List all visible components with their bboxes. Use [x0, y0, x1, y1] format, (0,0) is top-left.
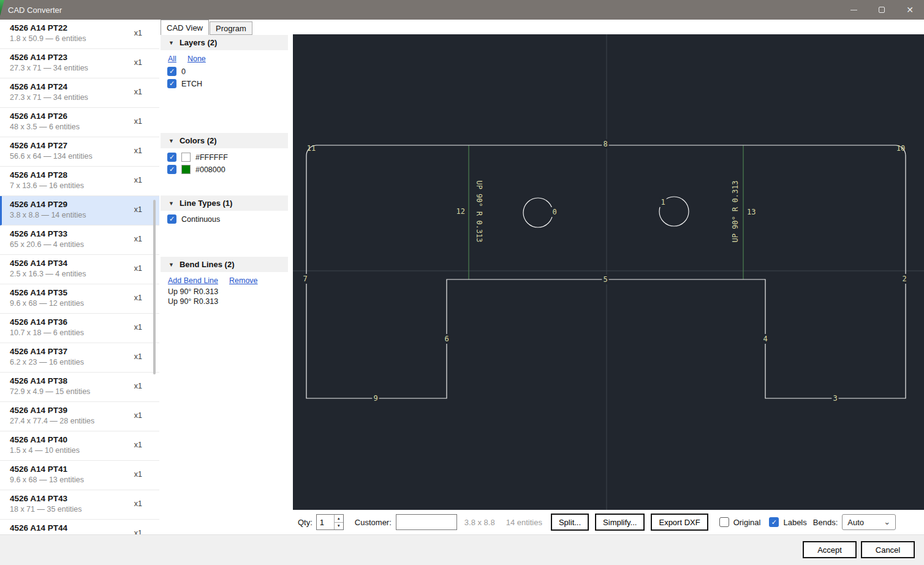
entity-label: UP 90° R 0.313 [475, 180, 483, 242]
collapse-caret-icon: ▼ [169, 138, 174, 144]
layer-checkbox[interactable] [167, 79, 176, 88]
part-qty: x1 [134, 382, 142, 390]
tab-program[interactable]: Program [210, 21, 252, 35]
bends-select[interactable]: Auto ⌄ [842, 514, 896, 530]
layers-none-link[interactable]: None [187, 55, 206, 63]
list-item[interactable]: 4526 A14 PT3365 x 20.6 — 4 entitiesx1 [0, 226, 159, 255]
list-item[interactable]: 4526 A14 PT2427.3 x 71 — 34 entitiesx1 [0, 78, 159, 108]
entity-label: 3 [833, 394, 837, 403]
part-qty: x1 [134, 441, 142, 449]
colors-header[interactable]: ▼ Colors (2) [161, 133, 288, 148]
colors-title: Colors (2) [180, 136, 217, 145]
maximize-button[interactable] [868, 0, 896, 20]
layers-all-link[interactable]: All [168, 55, 176, 63]
app-icon [0, 0, 4, 16]
export-dxf-button[interactable]: Export DXF [651, 514, 708, 531]
layer-label: ETCH [181, 80, 202, 88]
hole-circle[interactable] [523, 198, 553, 227]
entity-label: 10 [896, 144, 905, 153]
labels-label: Labels [783, 518, 806, 527]
entity-label: 9 [373, 394, 377, 403]
part-qty: x1 [134, 117, 142, 126]
bend-line-row[interactable]: Up 90° R0.313 [161, 297, 293, 306]
entity-label: 8 [603, 140, 607, 148]
qty-label: Qty: [298, 518, 312, 527]
line-type-checkbox[interactable] [167, 214, 176, 224]
window-title: CAD Converter [8, 6, 62, 15]
entity-label: 11 [307, 144, 316, 153]
color-checkbox[interactable] [167, 165, 176, 174]
list-item[interactable]: 4526 A14 PT3610.7 x 18 — 6 entitiesx1 [0, 314, 159, 343]
original-checkbox[interactable] [719, 517, 729, 527]
list-item[interactable]: 4526 A14 PT359.6 x 68 — 12 entitiesx1 [0, 284, 159, 314]
tab-cad-view[interactable]: CAD View [161, 20, 209, 35]
part-qty: x1 [134, 146, 142, 155]
parts-list-scrollbar[interactable] [153, 200, 156, 374]
close-button[interactable]: ✕ [896, 0, 924, 20]
minimize-icon [850, 10, 857, 10]
split-button[interactable]: Split... [551, 514, 589, 531]
simplify-button[interactable]: Simplify... [595, 514, 645, 531]
titlebar: CAD Converter ✕ [0, 0, 924, 20]
list-item[interactable]: 4526 A14 PT3872.9 x 4.9 — 15 entitiesx1 [0, 373, 159, 402]
part-qty: x1 [134, 294, 142, 302]
list-item[interactable]: 4526 A14 PT2648 x 3.5 — 6 entitiesx1 [0, 108, 159, 137]
list-item[interactable]: 4526 A14 PT293.8 x 8.8 — 14 entitiesx1 [0, 196, 159, 226]
list-item[interactable]: 4526 A14 PT2756.6 x 64 — 134 entitiesx1 [0, 137, 159, 167]
original-label: Original [733, 518, 761, 527]
list-item[interactable]: 4526 A14 PT287 x 13.6 — 16 entitiesx1 [0, 167, 159, 196]
bend-lines-section: ▼ Bend Lines (2) Add Bend Line Remove Up… [161, 257, 293, 306]
customer-label: Customer: [355, 518, 392, 527]
part-qty: x1 [134, 470, 142, 479]
part-qty: x1 [134, 29, 142, 37]
list-item[interactable]: 4526 A14 PT4318 x 71 — 35 entitiesx1 [0, 490, 159, 520]
part-qty: x1 [134, 264, 142, 273]
part-qty: x1 [134, 411, 142, 420]
bend-lines-header[interactable]: ▼ Bend Lines (2) [161, 257, 288, 272]
line-types-header[interactable]: ▼ Line Types (1) [161, 195, 288, 211]
cancel-button[interactable]: Cancel [861, 541, 915, 558]
list-item[interactable]: 4526 A14 PT376.2 x 23 — 16 entitiesx1 [0, 343, 159, 373]
tab-bar: CAD View Program [161, 20, 252, 35]
part-qty: x1 [134, 352, 142, 361]
list-item[interactable]: 4526 A14 PT44x1 [0, 520, 159, 534]
collapse-caret-icon: ▼ [169, 200, 174, 207]
collapse-caret-icon: ▼ [169, 40, 174, 46]
spin-down-icon[interactable]: ▼ [335, 522, 343, 530]
entity-label: 5 [603, 275, 607, 284]
remove-bend-line-link[interactable]: Remove [229, 276, 258, 285]
part-outline[interactable] [306, 145, 906, 398]
color-swatch [181, 165, 191, 174]
accept-button[interactable]: Accept [803, 541, 857, 558]
list-item[interactable]: 4526 A14 PT221.8 x 50.9 — 6 entitiesx1 [0, 20, 159, 49]
spin-up-icon[interactable]: ▲ [335, 515, 343, 522]
part-qty: x1 [134, 499, 142, 508]
maximize-icon [879, 7, 885, 13]
minimize-button[interactable] [839, 0, 868, 20]
parts-list: 4526 A14 PT221.8 x 50.9 — 6 entitiesx145… [0, 20, 159, 534]
color-checkbox[interactable] [167, 153, 176, 162]
list-item[interactable]: 4526 A14 PT3927.4 x 77.4 — 28 entitiesx1 [0, 402, 159, 431]
list-item[interactable]: 4526 A14 PT401.5 x 4 — 10 entitiesx1 [0, 431, 159, 461]
part-qty: x1 [134, 58, 142, 67]
layer-checkbox[interactable] [167, 67, 176, 76]
bend-line-row[interactable]: Up 90° R0.313 [161, 287, 293, 297]
qty-input[interactable] [317, 515, 334, 529]
list-item[interactable]: 4526 A14 PT2327.3 x 71 — 34 entitiesx1 [0, 49, 159, 78]
line-type-label: Continuous [181, 215, 220, 224]
list-item[interactable]: 4526 A14 PT419.6 x 68 — 13 entitiesx1 [0, 461, 159, 490]
part-qty: x1 [134, 235, 142, 243]
entity-label: 12 [456, 207, 465, 216]
layers-header[interactable]: ▼ Layers (2) [161, 35, 288, 50]
entity-label: 2 [902, 275, 906, 283]
entity-label: 7 [303, 275, 307, 283]
collapse-caret-icon: ▼ [169, 262, 174, 268]
labels-checkbox[interactable] [769, 517, 779, 527]
customer-input[interactable] [396, 514, 457, 530]
cad-viewport[interactable]: 118101213017526493UP 90° R 0.313UP 90° R… [293, 34, 924, 510]
list-item[interactable]: 4526 A14 PT342.5 x 16.3 — 4 entitiesx1 [0, 255, 159, 284]
add-bend-line-link[interactable]: Add Bend Line [168, 276, 218, 285]
bend-lines-title: Bend Lines (2) [180, 260, 235, 269]
cad-canvas[interactable]: 118101213017526493UP 90° R 0.313UP 90° R… [293, 34, 924, 510]
entity-count: 14 entities [506, 518, 542, 527]
